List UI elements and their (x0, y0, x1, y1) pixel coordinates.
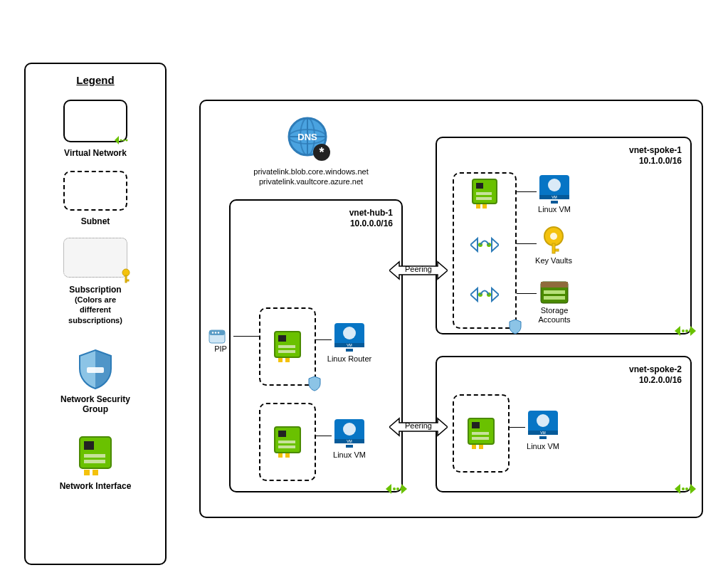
vnet-icon (675, 325, 696, 337)
vnet-spoke-2: vnet-spoke-2 10.2.0.0/16 VM Linux VM (436, 356, 692, 492)
spoke1-vm-label: Linux VM (529, 205, 579, 213)
legend-subscription-note: (Colors are different subscriptions) (26, 295, 165, 325)
svg-rect-31 (278, 345, 295, 348)
hub-subnet-vm (259, 403, 316, 481)
svg-point-70 (550, 233, 557, 240)
spoke1-storage-label: Storage Accounts (529, 306, 579, 324)
svg-rect-49 (346, 445, 353, 448)
svg-point-37 (343, 327, 356, 339)
svg-rect-72 (555, 249, 559, 251)
svg-rect-75 (544, 290, 565, 294)
svg-point-2 (126, 139, 128, 142)
svg-point-0 (120, 139, 122, 142)
svg-text:DNS: DNS (297, 132, 317, 142)
vnet-spoke2-name: vnet-spoke-2 (629, 364, 682, 375)
nic-icon (466, 416, 496, 450)
svg-rect-43 (278, 445, 295, 448)
vm-icon: VM (527, 409, 559, 441)
dns-zone-2: privatelink.vaultcore.azure.net (229, 176, 393, 186)
svg-rect-38 (346, 349, 353, 352)
storage-account-icon (538, 278, 571, 306)
svg-point-21 (393, 487, 396, 490)
spoke1-kv-label: Key Vaults (529, 256, 579, 265)
vm-icon: VM (333, 322, 366, 353)
svg-rect-45 (285, 453, 290, 458)
svg-text:*: * (319, 145, 324, 159)
nic-icon (470, 177, 499, 210)
nsg-icon (77, 349, 114, 390)
diagram-canvas: Legend Virtual Network Subnet Subscripti… (0, 0, 728, 580)
svg-rect-41 (278, 431, 286, 437)
svg-point-78 (685, 487, 688, 490)
hub-subnet-router (259, 307, 316, 386)
peering-arrow-2: Peering (389, 414, 448, 440)
svg-rect-11 (84, 470, 90, 475)
peering-arrow-1: Peering (389, 258, 448, 283)
svg-rect-71 (552, 243, 555, 253)
dns-icon: DNS * (286, 117, 332, 162)
legend-panel: Legend Virtual Network Subnet Subscripti… (24, 63, 167, 565)
svg-rect-59 (482, 204, 487, 209)
hub-vm-label: Linux VM (325, 450, 374, 459)
vnet-hub-name: vnet-hub-1 (349, 208, 393, 218)
pip-icon (208, 329, 226, 344)
legend-nsg-label: Network Security Group (26, 394, 165, 414)
dns-zone-1: privatelink.blob.core.windows.net (229, 167, 393, 176)
svg-point-52 (685, 329, 688, 332)
nsg-icon (307, 376, 322, 391)
svg-point-51 (682, 329, 685, 332)
vnet-icon (115, 135, 130, 145)
svg-rect-85 (479, 445, 483, 449)
svg-rect-67 (551, 201, 558, 204)
svg-point-88 (537, 414, 549, 427)
vnet-icon (675, 483, 696, 495)
vnet-spoke2-cidr: 10.2.0.0/16 (629, 375, 682, 386)
svg-text:VM: VM (347, 439, 352, 443)
svg-rect-6 (87, 367, 104, 373)
svg-point-22 (396, 487, 399, 490)
svg-text:VM: VM (347, 343, 352, 347)
vnet-spoke1-cidr: 10.1.0.0/16 (629, 156, 682, 167)
svg-rect-84 (472, 445, 476, 449)
peering-label-1: Peering (389, 265, 448, 273)
vm-icon: VM (538, 174, 571, 205)
key-icon (120, 268, 132, 284)
spoke1-subnet (453, 172, 517, 329)
svg-rect-44 (278, 453, 283, 458)
svg-rect-12 (93, 470, 98, 475)
legend-vnet-swatch (63, 100, 127, 142)
svg-rect-30 (278, 335, 286, 342)
private-endpoint-icon (470, 283, 499, 307)
svg-rect-89 (539, 436, 547, 439)
svg-point-66 (548, 179, 561, 191)
private-endpoint-icon (470, 233, 499, 257)
legend-subnet-label: Subnet (26, 216, 165, 226)
svg-point-48 (343, 423, 356, 436)
svg-text:VM: VM (540, 431, 546, 435)
svg-rect-34 (285, 358, 290, 362)
legend-subscription-swatch (63, 238, 127, 278)
svg-rect-32 (278, 350, 295, 353)
vnet-spoke-1: vnet-spoke-1 10.1.0.0/16 (436, 137, 692, 334)
connection-line (233, 336, 259, 337)
svg-rect-42 (278, 441, 295, 443)
legend-subscription-label: Subscription (26, 285, 165, 295)
nsg-icon (508, 319, 522, 334)
svg-rect-76 (544, 296, 565, 300)
hub-router-label: Linux Router (321, 354, 378, 363)
spoke2-subnet (453, 394, 510, 473)
svg-rect-81 (472, 422, 480, 428)
svg-text:VM: VM (552, 195, 557, 199)
svg-rect-10 (84, 460, 105, 463)
vnet-hub-cidr: 10.0.0.0/16 (349, 218, 393, 229)
svg-rect-8 (84, 441, 94, 450)
legend-subnet-swatch (63, 171, 127, 211)
svg-rect-74 (541, 282, 568, 288)
vnet-spoke1-name: vnet-spoke-1 (629, 145, 682, 156)
svg-point-26 (212, 332, 213, 333)
legend-title: Legend (26, 74, 165, 86)
svg-point-1 (123, 139, 125, 142)
vnet-icon (386, 483, 407, 495)
svg-point-28 (218, 332, 219, 333)
svg-rect-25 (209, 330, 225, 335)
